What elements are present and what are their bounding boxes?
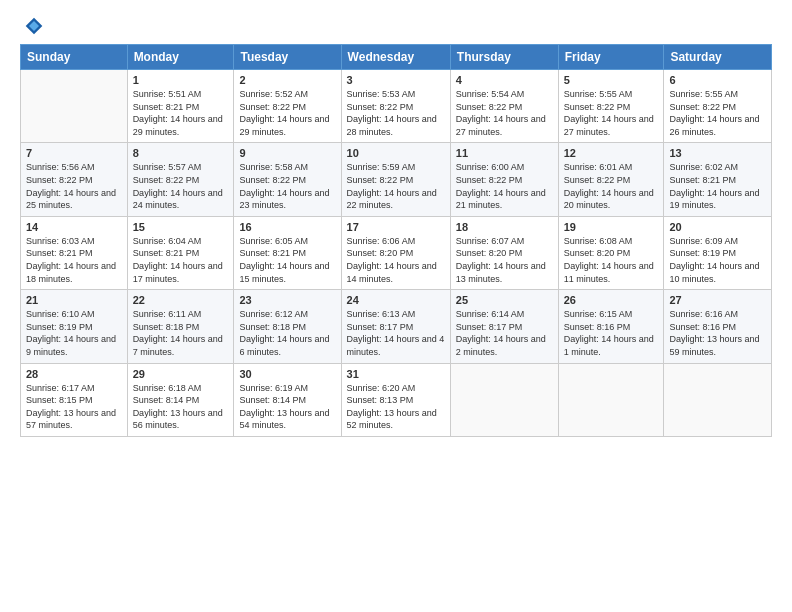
calendar-cell: 12Sunrise: 6:01 AMSunset: 8:22 PMDayligh… bbox=[558, 143, 664, 216]
day-number: 2 bbox=[239, 74, 335, 86]
day-info: Sunrise: 6:18 AMSunset: 8:14 PMDaylight:… bbox=[133, 382, 229, 432]
calendar-table: SundayMondayTuesdayWednesdayThursdayFrid… bbox=[20, 44, 772, 437]
calendar-week-row: 21Sunrise: 6:10 AMSunset: 8:19 PMDayligh… bbox=[21, 290, 772, 363]
day-number: 30 bbox=[239, 368, 335, 380]
header bbox=[20, 16, 772, 36]
calendar-cell: 13Sunrise: 6:02 AMSunset: 8:21 PMDayligh… bbox=[664, 143, 772, 216]
day-info: Sunrise: 6:13 AMSunset: 8:17 PMDaylight:… bbox=[347, 308, 445, 358]
day-info: Sunrise: 5:53 AMSunset: 8:22 PMDaylight:… bbox=[347, 88, 445, 138]
calendar-cell: 8Sunrise: 5:57 AMSunset: 8:22 PMDaylight… bbox=[127, 143, 234, 216]
day-number: 22 bbox=[133, 294, 229, 306]
calendar-cell: 22Sunrise: 6:11 AMSunset: 8:18 PMDayligh… bbox=[127, 290, 234, 363]
day-info: Sunrise: 5:58 AMSunset: 8:22 PMDaylight:… bbox=[239, 161, 335, 211]
calendar-cell: 5Sunrise: 5:55 AMSunset: 8:22 PMDaylight… bbox=[558, 70, 664, 143]
day-info: Sunrise: 6:16 AMSunset: 8:16 PMDaylight:… bbox=[669, 308, 766, 358]
calendar-cell: 30Sunrise: 6:19 AMSunset: 8:14 PMDayligh… bbox=[234, 363, 341, 436]
day-info: Sunrise: 5:54 AMSunset: 8:22 PMDaylight:… bbox=[456, 88, 553, 138]
day-number: 1 bbox=[133, 74, 229, 86]
calendar-cell bbox=[21, 70, 128, 143]
day-number: 28 bbox=[26, 368, 122, 380]
calendar-week-row: 28Sunrise: 6:17 AMSunset: 8:15 PMDayligh… bbox=[21, 363, 772, 436]
calendar-cell: 15Sunrise: 6:04 AMSunset: 8:21 PMDayligh… bbox=[127, 216, 234, 289]
day-info: Sunrise: 6:17 AMSunset: 8:15 PMDaylight:… bbox=[26, 382, 122, 432]
calendar-header-thursday: Thursday bbox=[450, 45, 558, 70]
calendar-cell: 4Sunrise: 5:54 AMSunset: 8:22 PMDaylight… bbox=[450, 70, 558, 143]
day-info: Sunrise: 6:19 AMSunset: 8:14 PMDaylight:… bbox=[239, 382, 335, 432]
day-info: Sunrise: 6:03 AMSunset: 8:21 PMDaylight:… bbox=[26, 235, 122, 285]
calendar-cell: 10Sunrise: 5:59 AMSunset: 8:22 PMDayligh… bbox=[341, 143, 450, 216]
day-info: Sunrise: 6:12 AMSunset: 8:18 PMDaylight:… bbox=[239, 308, 335, 358]
calendar-cell: 27Sunrise: 6:16 AMSunset: 8:16 PMDayligh… bbox=[664, 290, 772, 363]
day-number: 31 bbox=[347, 368, 445, 380]
calendar-cell: 24Sunrise: 6:13 AMSunset: 8:17 PMDayligh… bbox=[341, 290, 450, 363]
day-info: Sunrise: 6:20 AMSunset: 8:13 PMDaylight:… bbox=[347, 382, 445, 432]
day-number: 11 bbox=[456, 147, 553, 159]
logo-icon bbox=[24, 16, 44, 36]
calendar-cell: 11Sunrise: 6:00 AMSunset: 8:22 PMDayligh… bbox=[450, 143, 558, 216]
day-info: Sunrise: 6:07 AMSunset: 8:20 PMDaylight:… bbox=[456, 235, 553, 285]
calendar-header-sunday: Sunday bbox=[21, 45, 128, 70]
day-number: 16 bbox=[239, 221, 335, 233]
day-info: Sunrise: 6:04 AMSunset: 8:21 PMDaylight:… bbox=[133, 235, 229, 285]
calendar-cell: 7Sunrise: 5:56 AMSunset: 8:22 PMDaylight… bbox=[21, 143, 128, 216]
day-info: Sunrise: 5:52 AMSunset: 8:22 PMDaylight:… bbox=[239, 88, 335, 138]
day-info: Sunrise: 6:05 AMSunset: 8:21 PMDaylight:… bbox=[239, 235, 335, 285]
day-number: 18 bbox=[456, 221, 553, 233]
calendar-week-row: 1Sunrise: 5:51 AMSunset: 8:21 PMDaylight… bbox=[21, 70, 772, 143]
calendar-cell bbox=[664, 363, 772, 436]
day-number: 3 bbox=[347, 74, 445, 86]
calendar-cell: 16Sunrise: 6:05 AMSunset: 8:21 PMDayligh… bbox=[234, 216, 341, 289]
day-number: 9 bbox=[239, 147, 335, 159]
day-number: 14 bbox=[26, 221, 122, 233]
day-number: 15 bbox=[133, 221, 229, 233]
calendar-cell: 6Sunrise: 5:55 AMSunset: 8:22 PMDaylight… bbox=[664, 70, 772, 143]
day-number: 17 bbox=[347, 221, 445, 233]
calendar-week-row: 14Sunrise: 6:03 AMSunset: 8:21 PMDayligh… bbox=[21, 216, 772, 289]
calendar-cell: 18Sunrise: 6:07 AMSunset: 8:20 PMDayligh… bbox=[450, 216, 558, 289]
day-info: Sunrise: 6:14 AMSunset: 8:17 PMDaylight:… bbox=[456, 308, 553, 358]
day-number: 25 bbox=[456, 294, 553, 306]
calendar-cell: 20Sunrise: 6:09 AMSunset: 8:19 PMDayligh… bbox=[664, 216, 772, 289]
day-number: 6 bbox=[669, 74, 766, 86]
page: SundayMondayTuesdayWednesdayThursdayFrid… bbox=[0, 0, 792, 612]
day-number: 27 bbox=[669, 294, 766, 306]
day-number: 26 bbox=[564, 294, 659, 306]
calendar-header-monday: Monday bbox=[127, 45, 234, 70]
calendar-cell: 29Sunrise: 6:18 AMSunset: 8:14 PMDayligh… bbox=[127, 363, 234, 436]
calendar-header-saturday: Saturday bbox=[664, 45, 772, 70]
calendar-week-row: 7Sunrise: 5:56 AMSunset: 8:22 PMDaylight… bbox=[21, 143, 772, 216]
day-number: 8 bbox=[133, 147, 229, 159]
day-info: Sunrise: 5:51 AMSunset: 8:21 PMDaylight:… bbox=[133, 88, 229, 138]
calendar-cell bbox=[450, 363, 558, 436]
calendar-cell: 14Sunrise: 6:03 AMSunset: 8:21 PMDayligh… bbox=[21, 216, 128, 289]
day-number: 10 bbox=[347, 147, 445, 159]
calendar-cell: 17Sunrise: 6:06 AMSunset: 8:20 PMDayligh… bbox=[341, 216, 450, 289]
calendar-header-friday: Friday bbox=[558, 45, 664, 70]
calendar-cell: 31Sunrise: 6:20 AMSunset: 8:13 PMDayligh… bbox=[341, 363, 450, 436]
day-info: Sunrise: 5:59 AMSunset: 8:22 PMDaylight:… bbox=[347, 161, 445, 211]
day-number: 24 bbox=[347, 294, 445, 306]
day-info: Sunrise: 6:02 AMSunset: 8:21 PMDaylight:… bbox=[669, 161, 766, 211]
day-number: 13 bbox=[669, 147, 766, 159]
calendar-cell: 25Sunrise: 6:14 AMSunset: 8:17 PMDayligh… bbox=[450, 290, 558, 363]
day-number: 23 bbox=[239, 294, 335, 306]
calendar-cell: 9Sunrise: 5:58 AMSunset: 8:22 PMDaylight… bbox=[234, 143, 341, 216]
day-info: Sunrise: 6:15 AMSunset: 8:16 PMDaylight:… bbox=[564, 308, 659, 358]
day-info: Sunrise: 5:55 AMSunset: 8:22 PMDaylight:… bbox=[564, 88, 659, 138]
day-number: 29 bbox=[133, 368, 229, 380]
day-info: Sunrise: 5:57 AMSunset: 8:22 PMDaylight:… bbox=[133, 161, 229, 211]
calendar-header-wednesday: Wednesday bbox=[341, 45, 450, 70]
day-info: Sunrise: 6:10 AMSunset: 8:19 PMDaylight:… bbox=[26, 308, 122, 358]
calendar-cell: 21Sunrise: 6:10 AMSunset: 8:19 PMDayligh… bbox=[21, 290, 128, 363]
calendar-cell: 26Sunrise: 6:15 AMSunset: 8:16 PMDayligh… bbox=[558, 290, 664, 363]
day-number: 12 bbox=[564, 147, 659, 159]
calendar-cell: 2Sunrise: 5:52 AMSunset: 8:22 PMDaylight… bbox=[234, 70, 341, 143]
day-info: Sunrise: 5:56 AMSunset: 8:22 PMDaylight:… bbox=[26, 161, 122, 211]
calendar-cell bbox=[558, 363, 664, 436]
logo bbox=[20, 16, 44, 36]
calendar-cell: 23Sunrise: 6:12 AMSunset: 8:18 PMDayligh… bbox=[234, 290, 341, 363]
calendar-cell: 1Sunrise: 5:51 AMSunset: 8:21 PMDaylight… bbox=[127, 70, 234, 143]
day-info: Sunrise: 6:11 AMSunset: 8:18 PMDaylight:… bbox=[133, 308, 229, 358]
day-number: 19 bbox=[564, 221, 659, 233]
day-info: Sunrise: 6:06 AMSunset: 8:20 PMDaylight:… bbox=[347, 235, 445, 285]
